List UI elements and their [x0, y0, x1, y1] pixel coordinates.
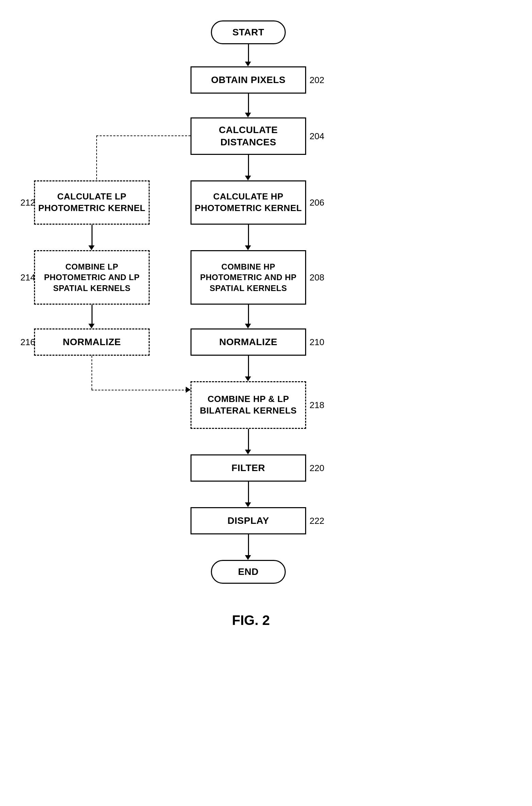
- combine-lp-node: COMBINE LP PHOTOMETRIC AND LP SPATIAL KE…: [34, 250, 150, 305]
- calc-lp-photometric-node: CALCULATE LP PHOTOMETRIC KERNEL: [34, 180, 150, 225]
- ref-218: 218: [310, 400, 324, 410]
- ref-212: 212: [20, 197, 35, 208]
- combine-bilateral-node: COMBINE HP & LP BILATERAL KERNELS: [190, 381, 306, 429]
- ref-216: 216: [20, 337, 35, 348]
- arrow-start-obtain: [248, 44, 249, 63]
- arrowhead-normhp-bilateral: [245, 376, 251, 381]
- arrowhead-calclp-combinelp: [88, 245, 95, 250]
- arrow-combinelp-normlp: [92, 305, 93, 325]
- ref-206: 206: [310, 197, 324, 208]
- ref-214: 214: [20, 272, 35, 283]
- arrow-calcdist-calchp: [248, 155, 249, 177]
- combine-hp-node: COMBINE HP PHOTOMETRIC AND HP SPATIAL KE…: [190, 250, 306, 305]
- end-node: END: [211, 560, 286, 584]
- arrowhead-obtain-calcdist: [245, 113, 251, 117]
- ref-202: 202: [310, 75, 324, 85]
- ref-204: 204: [310, 131, 324, 142]
- ref-210: 210: [310, 337, 324, 348]
- arrow-normhp-bilateral: [248, 356, 249, 378]
- ref-222: 222: [310, 516, 324, 526]
- start-node: START: [211, 20, 286, 44]
- arrowhead-filter-display: [245, 502, 251, 507]
- diagram: START OBTAIN PIXELS 202 CALCULATE DISTAN…: [0, 0, 532, 772]
- filter-node: FILTER: [190, 454, 306, 482]
- normalize-lp-node: NORMALIZE: [34, 328, 150, 356]
- arrowhead-combinelp-normlp: [88, 324, 95, 328]
- arrow-display-end: [248, 534, 249, 557]
- arrowhead-dashed-bilateral: [186, 387, 190, 393]
- normalize-hp-node: NORMALIZE: [190, 328, 306, 356]
- figure-label: FIG. 2: [232, 613, 270, 628]
- calculate-distances-node: CALCULATE DISTANCES: [190, 117, 306, 155]
- arrowhead-start-obtain: [245, 62, 251, 66]
- dashed-normlp-right: [92, 390, 190, 390]
- ref-208: 208: [310, 272, 324, 283]
- arrow-calchp-combinehp: [248, 225, 249, 247]
- calc-hp-photometric-node: CALCULATE HP PHOTOMETRIC KERNEL: [190, 180, 306, 225]
- obtain-pixels-node: OBTAIN PIXELS: [190, 66, 306, 94]
- ref-220: 220: [310, 463, 324, 473]
- arrowhead-calcdist-calchp: [245, 176, 251, 180]
- arrow-filter-display: [248, 482, 249, 504]
- display-node: DISPLAY: [190, 507, 306, 534]
- arrow-obtain-calcdist: [248, 94, 249, 114]
- arrow-bilateral-filter: [248, 429, 249, 451]
- arrowhead-bilateral-filter: [245, 450, 251, 454]
- dashed-normlp-down: [92, 356, 92, 390]
- arrow-calclp-combinelp: [92, 225, 93, 247]
- arrowhead-calchp-combinehp: [245, 245, 251, 250]
- arrowhead-display-end: [245, 555, 251, 560]
- arrowhead-combinehp-normhp: [245, 324, 251, 328]
- dashed-dist-to-lp-h: [96, 135, 190, 136]
- arrow-combinehp-normhp: [248, 305, 249, 325]
